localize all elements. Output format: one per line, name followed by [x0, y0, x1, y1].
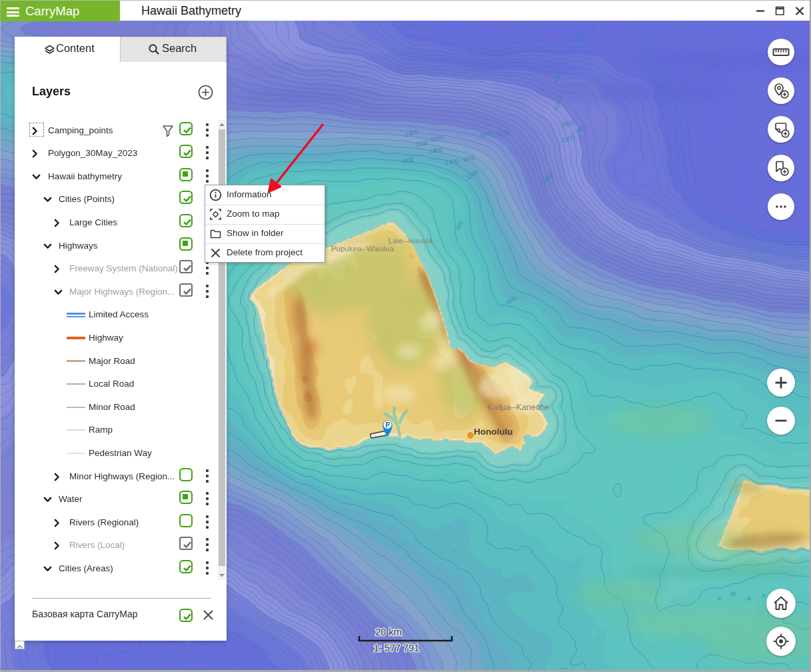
- svg-text:P: P: [385, 421, 390, 429]
- svg-text:20 km: 20 km: [375, 627, 402, 637]
- svg-text:Kailua--Kaneohe: Kailua--Kaneohe: [487, 403, 549, 412]
- svg-text:Laie--Hauula: Laie--Hauula: [389, 237, 432, 245]
- svg-text:1: 577 791: 1: 577 791: [374, 643, 420, 653]
- svg-text:Honolulu: Honolulu: [474, 427, 512, 437]
- svg-text:Pupukea--Waialua: Pupukea--Waialua: [331, 245, 395, 253]
